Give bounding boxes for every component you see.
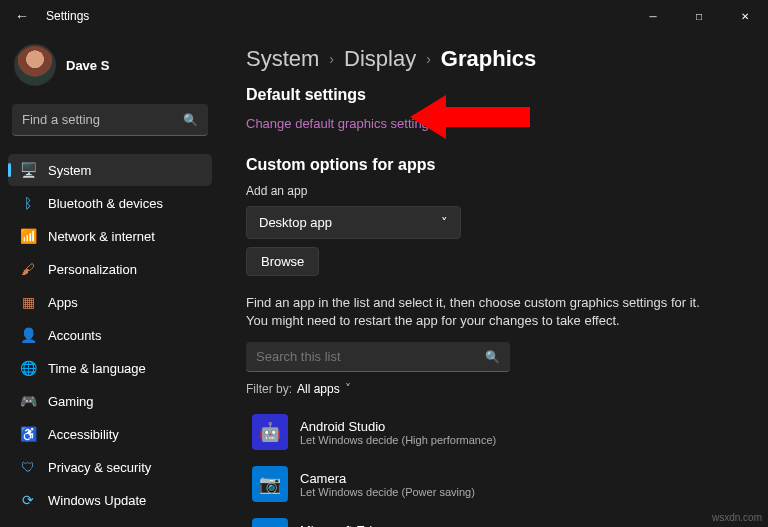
- nav-icon: 👤: [20, 327, 36, 343]
- app-type-select[interactable]: Desktop app ˅: [246, 206, 461, 239]
- nav-label: Windows Update: [48, 493, 146, 508]
- nav-label: Network & internet: [48, 229, 155, 244]
- chevron-down-icon: ˅: [345, 382, 351, 396]
- back-button[interactable]: ←: [8, 2, 36, 30]
- nav-icon: ᛒ: [20, 195, 36, 211]
- filter-label: Filter by:: [246, 382, 292, 396]
- crumb-graphics: Graphics: [441, 46, 536, 72]
- crumb-system[interactable]: System: [246, 46, 319, 72]
- window-title: Settings: [46, 9, 89, 23]
- add-an-app-label: Add an app: [246, 184, 742, 198]
- nav-icon: ⟳: [20, 492, 36, 508]
- maximize-button[interactable]: □: [676, 0, 722, 32]
- nav-label: Bluetooth & devices: [48, 196, 163, 211]
- search-input[interactable]: [12, 104, 208, 136]
- list-search-input[interactable]: [246, 342, 510, 372]
- nav-label: Accessibility: [48, 427, 119, 442]
- nav-label: Apps: [48, 295, 78, 310]
- custom-options-section: Custom options for apps Add an app Deskt…: [246, 156, 742, 527]
- nav-label: Accounts: [48, 328, 101, 343]
- app-info: CameraLet Windows decide (Power saving): [300, 471, 475, 498]
- app-row[interactable]: 📷CameraLet Windows decide (Power saving): [246, 460, 710, 508]
- sidebar-item-accounts[interactable]: 👤Accounts: [8, 319, 212, 351]
- sidebar-item-system[interactable]: 🖥️System: [8, 154, 212, 186]
- nav-icon: ♿: [20, 426, 36, 442]
- app-list: 🤖Android StudioLet Windows decide (High …: [246, 408, 742, 527]
- custom-options-heading: Custom options for apps: [246, 156, 742, 174]
- sidebar-item-privacy-security[interactable]: 🛡Privacy & security: [8, 451, 212, 483]
- sidebar-item-gaming[interactable]: 🎮Gaming: [8, 385, 212, 417]
- chevron-right-icon: ›: [329, 51, 334, 67]
- filter-row[interactable]: Filter by: All apps ˅: [246, 382, 742, 396]
- app-name: Camera: [300, 471, 475, 486]
- sidebar-item-network-internet[interactable]: 📶Network & internet: [8, 220, 212, 252]
- select-value: Desktop app: [259, 215, 332, 230]
- nav-label: Gaming: [48, 394, 94, 409]
- change-default-graphics-link[interactable]: Change default graphics settings: [246, 116, 435, 131]
- nav-label: Privacy & security: [48, 460, 151, 475]
- sidebar: Dave S 🔍 🖥️SystemᛒBluetooth & devices📶Ne…: [0, 32, 220, 527]
- app-icon: 🤖: [252, 414, 288, 450]
- annotation-arrow-icon: [410, 95, 530, 139]
- app-desc: Let Windows decide (High performance): [300, 434, 496, 446]
- search-icon: 🔍: [485, 350, 500, 364]
- avatar: [14, 44, 56, 86]
- app-name: Android Studio: [300, 419, 496, 434]
- app-name: Microsoft Edge: [300, 523, 475, 527]
- list-search[interactable]: 🔍: [246, 342, 510, 372]
- app-desc: Let Windows decide (Power saving): [300, 486, 475, 498]
- user-block[interactable]: Dave S: [8, 38, 212, 100]
- minimize-button[interactable]: ─: [630, 0, 676, 32]
- hint-text: Find an app in the list and select it, t…: [246, 294, 706, 330]
- crumb-display[interactable]: Display: [344, 46, 416, 72]
- nav-label: Time & language: [48, 361, 146, 376]
- sidebar-item-apps[interactable]: ▦Apps: [8, 286, 212, 318]
- nav-icon: 🖌: [20, 261, 36, 277]
- sidebar-item-time-language[interactable]: 🌐Time & language: [8, 352, 212, 384]
- close-button[interactable]: ✕: [722, 0, 768, 32]
- app-row[interactable]: 🤖Android StudioLet Windows decide (High …: [246, 408, 710, 456]
- title-bar: ← Settings ─ □ ✕: [0, 0, 768, 32]
- sidebar-item-windows-update[interactable]: ⟳Windows Update: [8, 484, 212, 516]
- nav-icon: 📶: [20, 228, 36, 244]
- app-icon: 📷: [252, 466, 288, 502]
- browse-button[interactable]: Browse: [246, 247, 319, 276]
- chevron-down-icon: ˅: [441, 215, 448, 230]
- nav-label: Personalization: [48, 262, 137, 277]
- nav-icon: 🎮: [20, 393, 36, 409]
- breadcrumb: System › Display › Graphics: [246, 46, 742, 72]
- chevron-right-icon: ›: [426, 51, 431, 67]
- nav-icon: 🌐: [20, 360, 36, 376]
- nav-list: 🖥️SystemᛒBluetooth & devices📶Network & i…: [8, 148, 212, 516]
- app-info: Microsoft EdgeLet Windows decide (Power …: [300, 523, 475, 527]
- window-controls: ─ □ ✕: [630, 0, 768, 32]
- sidebar-search[interactable]: 🔍: [12, 104, 208, 136]
- nav-icon: ▦: [20, 294, 36, 310]
- app-icon: [252, 518, 288, 527]
- sidebar-item-personalization[interactable]: 🖌Personalization: [8, 253, 212, 285]
- filter-value: All apps: [297, 382, 340, 396]
- nav-icon: 🛡: [20, 459, 36, 475]
- nav-icon: 🖥️: [20, 162, 36, 178]
- svg-marker-0: [410, 95, 530, 139]
- sidebar-item-bluetooth-devices[interactable]: ᛒBluetooth & devices: [8, 187, 212, 219]
- app-info: Android StudioLet Windows decide (High p…: [300, 419, 496, 446]
- user-name: Dave S: [66, 58, 109, 73]
- watermark: wsxdn.com: [712, 512, 762, 523]
- search-icon: 🔍: [183, 113, 198, 127]
- app-row[interactable]: Microsoft EdgeLet Windows decide (Power …: [246, 512, 710, 527]
- sidebar-item-accessibility[interactable]: ♿Accessibility: [8, 418, 212, 450]
- nav-label: System: [48, 163, 91, 178]
